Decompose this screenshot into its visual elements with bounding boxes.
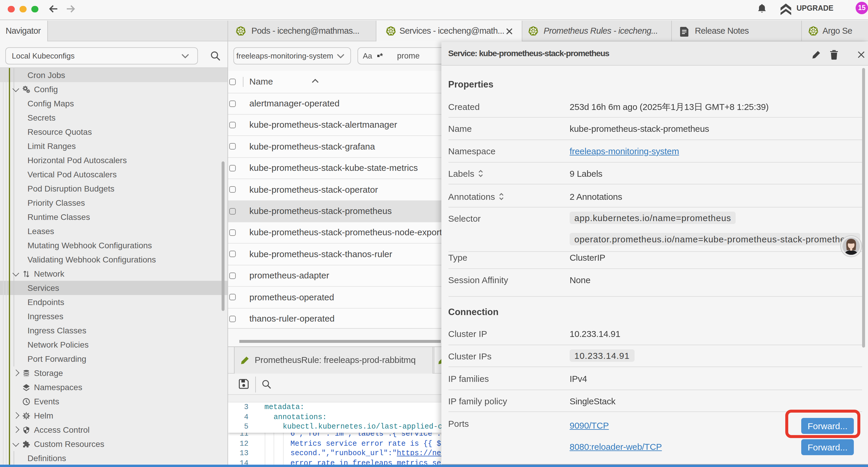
svg-text:HELM: HELM — [23, 414, 29, 417]
